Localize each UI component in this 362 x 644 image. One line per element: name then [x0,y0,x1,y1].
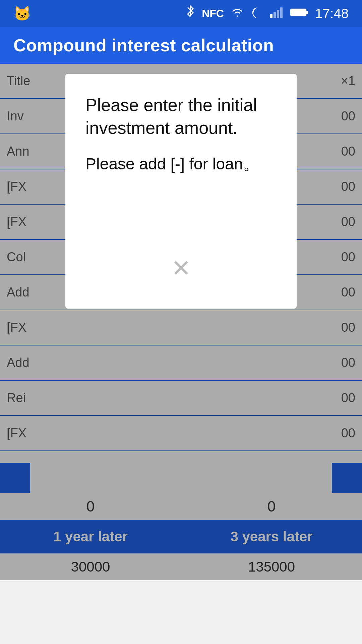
time-display: 17:48 [315,6,349,21]
wifi-icon [230,5,245,22]
svg-rect-3 [280,7,283,18]
app-header: Compound interest calculation [0,27,362,64]
svg-rect-0 [270,14,273,18]
svg-rect-1 [274,12,276,18]
modal-close-button[interactable]: ✕ [168,255,194,282]
status-bar: 🐱 NFC [0,0,362,27]
modal-overlay: Please enter the initial investment amou… [0,64,362,580]
main-content: Title ×1 Inv 00 Ann 00 [FX 00 [FX 00 Col… [0,64,362,580]
cat-icon: 🐱 [13,5,31,22]
modal-dialog: Please enter the initial investment amou… [65,74,297,309]
status-bar-left: 🐱 [13,5,31,22]
close-icon: ✕ [171,257,191,280]
moon-icon [251,5,263,22]
status-bar-right: NFC [185,5,349,22]
signal-icon [269,5,284,22]
app-title: Compound interest calculation [13,35,274,55]
modal-title: Please enter the initial investment amou… [85,94,277,139]
svg-rect-5 [306,11,308,14]
nfc-icon: NFC [202,7,224,20]
svg-rect-4 [291,9,306,16]
svg-rect-2 [277,10,279,18]
battery-icon [290,6,309,20]
modal-subtitle: Please add [-] for loan。 [85,153,277,175]
bluetooth-icon [185,5,196,22]
